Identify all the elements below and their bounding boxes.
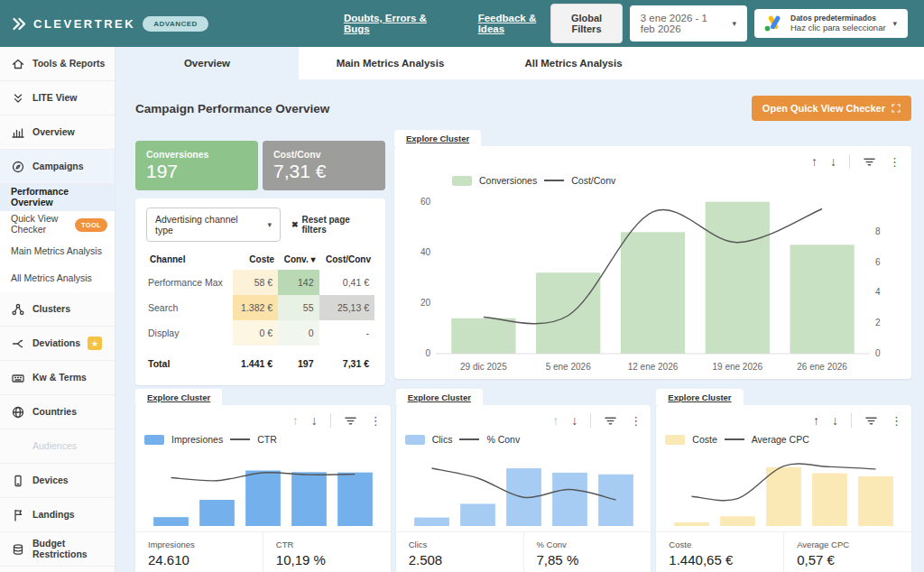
sidebar-item-budget-restrictions[interactable]: Budget Restrictions — [0, 532, 115, 567]
reset-page-filters-link[interactable]: ✖ Reset page filters — [291, 215, 374, 235]
sidebar-item-tools-reports[interactable]: Tools & Reports — [0, 47, 115, 81]
sort-up-icon[interactable]: ↑ — [811, 155, 818, 168]
kpi-value: 7,31 € — [273, 161, 374, 182]
tab-overview[interactable]: Overview — [116, 47, 299, 79]
explore-cluster-tab[interactable]: Explore Cluster — [135, 389, 222, 405]
bar[interactable] — [414, 518, 449, 526]
legend-label-conv: % Conv — [486, 434, 520, 445]
header-link-feedback-ideas[interactable]: Feedback & Ideas — [478, 13, 551, 34]
bar[interactable] — [337, 473, 373, 526]
bar[interactable] — [552, 473, 587, 526]
sort-down-icon[interactable]: ↓ — [832, 414, 838, 427]
main-chart-block: Explore Cluster ↑↓⋮ ConversionesCost/Con… — [394, 130, 911, 379]
flag-icon — [11, 508, 25, 522]
sort-down-icon[interactable]: ↓ — [830, 155, 836, 168]
bar[interactable] — [199, 500, 235, 526]
kebab-menu-icon[interactable]: ⋮ — [630, 414, 642, 428]
bar[interactable] — [720, 516, 755, 526]
chart-stats-row: Impresiones24.610CTR10,19 % — [135, 531, 391, 572]
bar[interactable] — [812, 474, 847, 526]
table-cell: 1.382 € — [233, 295, 278, 320]
chart-svg — [665, 448, 902, 526]
bar[interactable] — [460, 503, 495, 526]
kpi-value: 197 — [146, 161, 247, 182]
datasource-select[interactable]: Datos predeterminados Haz clic para sele… — [754, 9, 908, 39]
app-window: CLEVERTREK ADVANCED Doubts, Errors & Bug… — [0, 0, 924, 572]
logo-text: CLEVERTREK — [33, 17, 135, 31]
header-link-doubts-errors-bugs[interactable]: Doubts, Errors & Bugs — [344, 13, 437, 34]
chart-card-cost: ↑↓⋮CosteAverage CPCCoste1.440,65 €Averag… — [656, 405, 911, 572]
table-total-cell: 1.441 € — [233, 346, 278, 376]
kebab-menu-icon[interactable]: ⋮ — [370, 414, 382, 428]
table-cell: - — [319, 320, 374, 346]
chart-toolbar: ↑↓⋮ — [405, 411, 642, 430]
kpi-card-conversiones[interactable]: Conversiones197 — [135, 141, 258, 190]
sidebar-item-kw-terms[interactable]: Kw & Terms — [0, 361, 115, 395]
sidebar-item-label: Deviations — [32, 338, 80, 349]
sidebar-item-overview[interactable]: Overview — [0, 115, 115, 150]
sidebar-item-performance-overview[interactable]: Performance Overview — [0, 184, 115, 211]
bar[interactable] — [706, 202, 770, 354]
datasource-text: Datos predeterminados Haz clic para sele… — [790, 14, 886, 34]
sidebar-item-all-metrics-analysis[interactable]: All Metrics Analysis — [0, 265, 115, 292]
date-range-select[interactable]: 3 ene 2026 - 1 feb 2026 ▾ — [630, 5, 747, 42]
sort-down-icon[interactable]: ↓ — [571, 414, 578, 427]
bar[interactable] — [766, 467, 801, 526]
kebab-menu-icon[interactable]: ⋮ — [889, 155, 901, 169]
bar[interactable] — [598, 475, 633, 526]
deviations-icon — [11, 337, 25, 351]
explore-cluster-tab[interactable]: Explore Cluster — [656, 389, 743, 405]
kpi-card-cost-conv[interactable]: Cost/Conv7,31 € — [263, 141, 385, 190]
bar[interactable] — [245, 471, 281, 527]
sort-up-icon[interactable]: ↑ — [813, 414, 819, 427]
chevron-down-icon: ▾ — [893, 19, 898, 28]
kebab-menu-icon[interactable]: ⋮ — [891, 414, 902, 428]
explore-cluster-tab[interactable]: Explore Cluster — [394, 130, 481, 146]
filter-icon[interactable] — [344, 415, 357, 427]
filter-icon[interactable] — [863, 156, 876, 168]
bar[interactable] — [621, 232, 685, 354]
sidebar-item-main-metrics-analysis[interactable]: Main Metrics Analysis — [0, 238, 115, 265]
tab-main-metrics-analysis[interactable]: Main Metrics Analysis — [299, 47, 482, 79]
open-quick-view-checker-button[interactable]: Open Quick View Checker — [752, 96, 911, 121]
kpi-label: Conversiones — [146, 149, 247, 160]
icon-placeholder — [11, 439, 25, 454]
sidebar-item-label: Campaigns — [32, 161, 84, 172]
chart-cost — [665, 448, 902, 526]
coins-icon — [11, 542, 25, 557]
sidebar-item-countries[interactable]: Countries — [0, 395, 115, 429]
page-title: Campaign Performance Overview — [135, 102, 329, 115]
channel-type-dropdown[interactable]: Advertising channel type ▾ — [146, 208, 281, 242]
tab-all-metrics-analysis[interactable]: All Metrics Analysis — [482, 47, 665, 79]
column-header-conv[interactable]: Conv. ▾ — [278, 249, 319, 270]
bar[interactable] — [153, 517, 189, 526]
svg-text:0: 0 — [425, 348, 430, 358]
open-quick-view-checker-label: Open Quick View Checker — [762, 103, 885, 114]
bar[interactable] — [790, 244, 854, 354]
sort-up-icon[interactable]: ↑ — [552, 414, 559, 427]
bar[interactable] — [536, 272, 600, 354]
sidebar-item-quick-view-checker[interactable]: Quick View CheckerTOOL — [0, 211, 115, 238]
sidebar-item-lite-view[interactable]: LITE View — [0, 81, 115, 115]
filter-icon[interactable] — [604, 415, 617, 427]
sidebar-item-label: LITE View — [32, 93, 77, 104]
sort-up-icon[interactable]: ↑ — [292, 414, 299, 427]
explore-cluster-tab[interactable]: Explore Cluster — [396, 389, 483, 405]
sidebar-item-campaigns[interactable]: Campaigns — [0, 150, 115, 184]
bar[interactable] — [291, 472, 327, 526]
bar[interactable] — [858, 476, 893, 526]
stat-value: 1.440,65 € — [669, 552, 783, 567]
small-chart-block-impressions: Explore Cluster↑↓⋮ImpresionesCTRImpresio… — [135, 389, 391, 572]
sidebar-item-landings[interactable]: Landings — [0, 498, 115, 532]
bar[interactable] — [451, 318, 515, 354]
sidebar-item-devices[interactable]: Devices — [0, 464, 115, 498]
logo[interactable]: CLEVERTREK ADVANCED — [13, 16, 208, 32]
svg-text:40: 40 — [420, 247, 431, 257]
global-filters-button[interactable]: Global Filters — [550, 4, 623, 43]
bar[interactable] — [674, 522, 709, 526]
sidebar-item-deviations[interactable]: Deviations★ — [0, 327, 115, 361]
table-cell: Performance Max — [146, 270, 233, 295]
sidebar-item-clusters[interactable]: Clusters — [0, 292, 115, 327]
filter-icon[interactable] — [864, 415, 878, 427]
sort-down-icon[interactable]: ↓ — [311, 414, 318, 427]
